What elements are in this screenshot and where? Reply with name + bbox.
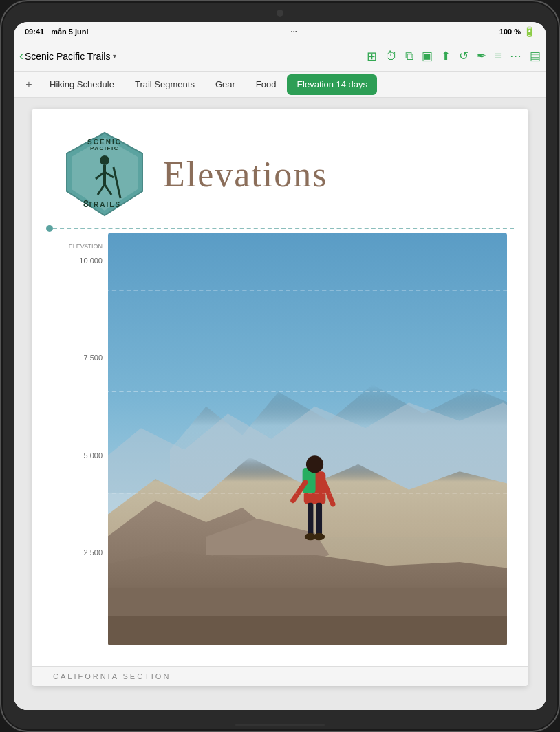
ipad-frame: 09:41 mån 5 juni ··· 100 % 🔋 ‹ Scenic Pa… — [0, 0, 560, 732]
layers-icon[interactable]: ⧉ — [405, 50, 413, 63]
toolbar: ‹ Scenic Pacific Trails ▾ ⊞ ⏱ ⧉ ▣ ⬆ ↺ ✒ … — [14, 41, 546, 72]
back-button[interactable]: ‹ Scenic Pacific Trails ▾ — [19, 49, 116, 63]
table-icon[interactable]: ⊞ — [367, 49, 377, 64]
page-bottom-text: CALIFORNIA SECTION — [53, 672, 507, 680]
document-area: SCENIC PACIFIC TRAILS 8 — [14, 98, 546, 710]
battery-label: 100 % — [499, 28, 521, 36]
date-display: mån 5 juni — [51, 28, 88, 36]
screen: 09:41 mån 5 juni ··· 100 % 🔋 ‹ Scenic Pa… — [14, 22, 546, 710]
elevations-title: Elevations — [163, 154, 328, 195]
status-bar: 09:41 mån 5 juni ··· 100 % 🔋 — [14, 22, 546, 41]
page-bottom: CALIFORNIA SECTION — [32, 666, 528, 686]
back-arrow-icon: ‹ — [19, 49, 23, 63]
document-title: Scenic Pacific Trails — [25, 51, 110, 62]
chart-section: ELEVATION 10 000 7 500 5 000 2 500 — [32, 233, 528, 666]
dot-start — [46, 225, 53, 232]
tab-hiking-schedule[interactable]: Hiking Schedule — [40, 74, 124, 95]
logo-svg: SCENIC PACIFIC TRAILS 8 — [60, 129, 149, 219]
svg-point-2 — [100, 155, 109, 165]
chart-y-axis: ELEVATION 10 000 7 500 5 000 2 500 — [53, 233, 108, 645]
document-page: SCENIC PACIFIC TRAILS 8 — [32, 109, 528, 686]
share-icon[interactable]: ⬆ — [441, 49, 451, 63]
svg-rect-27 — [308, 503, 313, 535]
sidebar-icon[interactable]: ▤ — [530, 49, 541, 63]
y-label-10000: ELEVATION — [53, 243, 108, 250]
media-icon[interactable]: ▣ — [422, 49, 433, 63]
doc-header: SCENIC PACIFIC TRAILS 8 — [32, 109, 528, 233]
main-content: SCENIC PACIFIC TRAILS 8 — [14, 98, 546, 710]
pen-icon[interactable]: ✒ — [477, 49, 486, 63]
svg-rect-28 — [316, 503, 322, 535]
time-display: 09:41 — [25, 28, 44, 36]
signal-dots-icon: ··· — [291, 28, 297, 36]
svg-text:PACIFIC: PACIFIC — [90, 145, 119, 151]
y-label-10000: 10 000 — [53, 257, 108, 265]
add-tab-button[interactable]: + — [19, 75, 39, 94]
svg-text:8: 8 — [83, 198, 89, 209]
svg-rect-23 — [108, 616, 507, 645]
home-indicator[interactable] — [235, 724, 325, 726]
logo-container: SCENIC PACIFIC TRAILS 8 — [60, 129, 149, 219]
tab-trail-segments[interactable]: Trail Segments — [125, 74, 204, 95]
status-left: 09:41 mån 5 juni — [25, 28, 89, 36]
format-icon[interactable]: ≡ — [495, 50, 502, 63]
dashed-line — [53, 228, 514, 229]
elevation-chart-svg — [108, 233, 507, 645]
clock-icon[interactable]: ⏱ — [385, 50, 397, 63]
y-label-group: ELEVATION 10 000 7 500 5 000 2 500 — [53, 243, 108, 645]
more-icon[interactable]: ⋯ — [510, 49, 521, 63]
svg-point-26 — [306, 455, 323, 473]
tab-bar: + Hiking Schedule Trail Segments Gear Fo… — [14, 72, 546, 98]
tab-elevation[interactable]: Elevation 14 days — [287, 74, 377, 95]
y-label-2500: 2 500 — [53, 548, 108, 557]
battery-icon: 🔋 — [524, 26, 535, 37]
svg-point-30 — [313, 533, 325, 541]
svg-text:TRAILS: TRAILS — [88, 201, 121, 208]
camera-dot — [277, 10, 283, 17]
y-label-5000: 5 000 — [53, 451, 108, 460]
undo-icon[interactable]: ↺ — [459, 49, 469, 63]
y-label-7500: 7 500 — [53, 354, 108, 362]
status-right: 100 % 🔋 — [499, 26, 535, 37]
chart-main — [108, 233, 507, 645]
tab-food[interactable]: Food — [246, 74, 286, 95]
toolbar-icons: ⊞ ⏱ ⧉ ▣ ⬆ ↺ ✒ ≡ ⋯ ▤ — [367, 49, 541, 64]
tab-gear[interactable]: Gear — [206, 74, 245, 95]
chevron-down-icon: ▾ — [113, 52, 116, 60]
chart-container: ELEVATION 10 000 7 500 5 000 2 500 — [53, 233, 507, 645]
dashed-line-container — [32, 224, 528, 233]
